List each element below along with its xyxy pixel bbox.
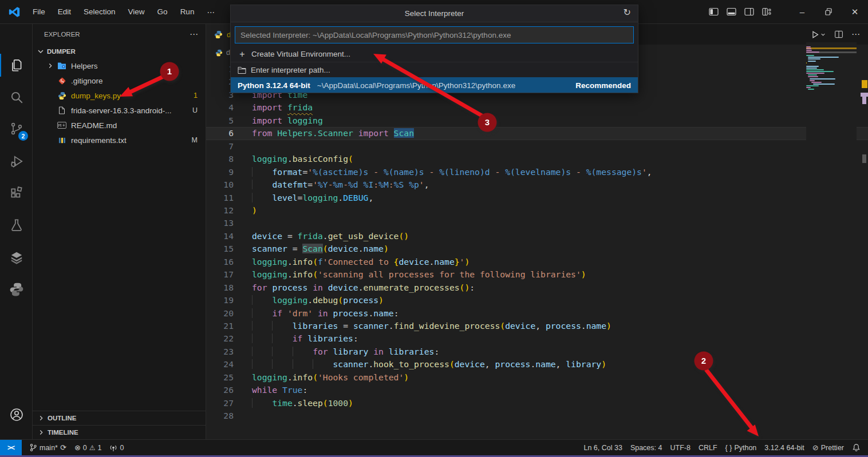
line-content: logging.basicConfig( [252, 153, 353, 165]
menu-go[interactable]: Go [151, 5, 174, 18]
vscode-window: FileEditSelectionViewGoRun⋯ – ✕ 2 [0, 0, 868, 457]
line-content: scanner = Scan(device.name) [252, 243, 389, 255]
outline-section[interactable]: OUTLINE [33, 411, 206, 425]
toggle-sidebar-icon[interactable] [709, 7, 719, 16]
search-icon[interactable] [0, 83, 33, 112]
code-line-11: 11 level=logging.DEBUG, [206, 192, 868, 204]
run-debug-icon[interactable] [0, 147, 33, 176]
remote-indicator[interactable]: >< [0, 440, 22, 456]
folder-helpers-icon [57, 62, 67, 70]
interpreter-option-python-3-12-4-64-bit[interactable]: Python 3.12.4 64-bit~\AppData\Local\Prog… [231, 77, 638, 93]
line-content: format='%(asctime)s - %(name)s - %(linen… [252, 166, 652, 178]
line-content: import frida [252, 101, 313, 114]
line-number: 7 [206, 140, 234, 153]
chevron-right-icon [37, 428, 45, 436]
broadcast-icon [109, 444, 117, 452]
option-label: Enter interpreter path... [251, 66, 330, 74]
python-extension-icon[interactable] [0, 275, 33, 304]
ports-item[interactable]: 0 [105, 444, 128, 452]
python-interpreter-item[interactable]: 3.12.4 64-bit [760, 444, 808, 452]
account-icon[interactable] [0, 400, 33, 429]
overview-ruler[interactable] [860, 24, 868, 439]
selection-marker [862, 97, 866, 104]
line-number: 14 [206, 230, 234, 243]
more-actions-icon[interactable]: ⋯ [851, 29, 860, 39]
chevron-right-icon [46, 62, 54, 70]
prettier-icon: ⊘ [812, 443, 819, 452]
notifications-bell-icon[interactable] [848, 443, 865, 452]
problems-item[interactable]: ⊗ 0 ⚠ 1 [70, 443, 106, 452]
minimize-button[interactable]: – [789, 0, 815, 23]
code-line-19: 19 logging.debug(process) [206, 294, 868, 307]
interpreter-option-enter-interpreter-path-[interactable]: Enter interpreter path... [231, 62, 638, 77]
refresh-icon[interactable]: ↻ [624, 7, 631, 18]
split-editor-icon[interactable] [834, 30, 843, 39]
line-number: 23 [206, 345, 234, 358]
source-control-icon[interactable]: 2 [0, 114, 33, 143]
menu-view[interactable]: View [122, 5, 151, 18]
customize-layout-icon[interactable] [762, 7, 772, 16]
line-number: 5 [206, 114, 234, 127]
restore-button[interactable] [815, 0, 842, 23]
file-badge: U [192, 106, 198, 114]
select-interpreter-dialog: Select Interpreter ↻ Selected Interprete… [230, 5, 638, 93]
cursor-position-item[interactable]: Ln 6, Col 33 [579, 444, 626, 452]
workspace-root[interactable]: DUMPER [33, 45, 206, 58]
file-frida-server-16-3-3-android-[interactable]: frida-server-16.3.3-android-...U [33, 103, 206, 118]
menu-edit[interactable]: Edit [52, 5, 77, 18]
file-requirements-txt[interactable]: requirements.txtM [33, 133, 206, 148]
line-content: import logging [252, 114, 323, 127]
menu-file[interactable]: File [26, 5, 52, 18]
encoding-item[interactable]: UTF-8 [666, 444, 694, 452]
file--gitignore[interactable]: .gitignore [33, 73, 206, 88]
file-label: Helpers [71, 62, 98, 70]
minimap[interactable] [806, 42, 857, 397]
code-line-8: 8logging.basicConfig( [206, 153, 868, 165]
toggle-panel-icon[interactable] [727, 7, 736, 16]
run-python-button[interactable] [810, 30, 826, 39]
extensions-icon[interactable] [0, 179, 33, 208]
pip-icon [57, 137, 67, 144]
interpreter-option-create-virtual-environment-[interactable]: +Create Virtual Environment... [231, 46, 638, 62]
dialog-title: Select Interpreter [405, 9, 464, 18]
line-content: datefmt='%Y-%m-%d %I:%M:%S %p', [252, 178, 429, 191]
git-branch-item[interactable]: main* ⟳ [25, 443, 70, 452]
line-content: if libraries: [252, 332, 358, 345]
plus-icon: + [238, 49, 247, 59]
menu-selection[interactable]: Selection [77, 5, 122, 18]
interpreter-input[interactable]: Selected Interpreter: ~\AppData\Local\Pr… [235, 26, 634, 43]
explorer-actions-icon[interactable]: ⋯ [190, 29, 199, 39]
indentation-item[interactable]: Spaces: 4 [626, 444, 666, 452]
language-mode-item[interactable]: { } Python [721, 444, 761, 452]
file-badge: M [192, 136, 198, 144]
line-number: 24 [206, 358, 234, 371]
layers-icon[interactable] [0, 243, 33, 272]
code-editor[interactable]: 123import time4import frida5import loggi… [206, 63, 868, 439]
close-button[interactable]: ✕ [842, 0, 868, 23]
line-content: from Helpers.Scanner import Scan [252, 127, 414, 140]
timeline-section[interactable]: TIMELINE [33, 425, 206, 439]
option-label: Python 3.12.4 64-bit [238, 81, 310, 90]
file-readme-md[interactable]: README.md [33, 118, 206, 133]
menu-run[interactable]: Run [174, 5, 201, 18]
line-number: 13 [206, 217, 234, 229]
line-number: 8 [206, 153, 234, 165]
selection-marker [861, 93, 868, 97]
file-icon [57, 106, 67, 114]
eol-item[interactable]: CRLF [695, 444, 721, 452]
prettier-item[interactable]: ⊘ Prettier [808, 443, 848, 452]
chevron-down-icon [820, 31, 826, 38]
code-line-17: 17logging.info('scanning all processes f… [206, 268, 868, 281]
file-dump-keys-py[interactable]: dump_keys.py1 [33, 88, 206, 103]
code-line-28: 28 [206, 410, 868, 422]
menu-more-icon[interactable]: ⋯ [200, 5, 221, 19]
toggle-secondary-sidebar-icon[interactable] [744, 7, 754, 16]
line-number: 22 [206, 332, 234, 345]
line-content: logging.info('Hooks completed') [252, 371, 409, 384]
file-helpers[interactable]: Helpers [33, 58, 206, 73]
code-line-9: 9 format='%(asctime)s - %(name)s - %(lin… [206, 166, 868, 178]
line-number: 26 [206, 384, 234, 396]
explorer-icon[interactable] [0, 51, 33, 80]
testing-icon[interactable] [0, 211, 33, 240]
line-content: logging.debug(process) [252, 294, 384, 307]
